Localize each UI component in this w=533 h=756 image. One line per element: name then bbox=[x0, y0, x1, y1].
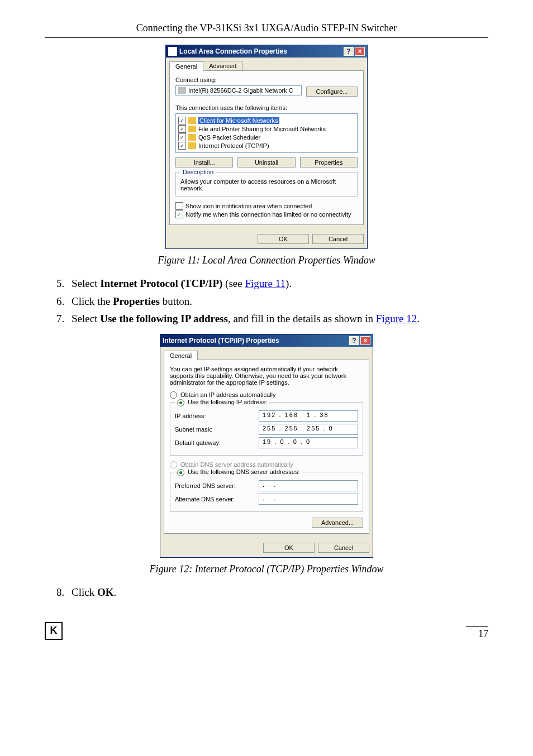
obtain-ip-label: Obtain an IP address automatically bbox=[180, 391, 275, 398]
description-title: Description bbox=[180, 169, 216, 175]
show-icon-row[interactable]: Show icon in notification area when conn… bbox=[175, 202, 358, 210]
adapter-field[interactable]: Intel(R) 82566DC-2 Gigabit Network C bbox=[175, 85, 302, 95]
checkbox[interactable] bbox=[178, 117, 186, 125]
help-button[interactable]: ? bbox=[349, 336, 359, 345]
radio[interactable] bbox=[170, 391, 177, 399]
tcpip-properties-dialog: Internet Protocol (TCP/IP) Properties ? … bbox=[160, 334, 373, 558]
uninstall-button[interactable]: Uninstall bbox=[237, 157, 295, 168]
tcpip-icon bbox=[188, 142, 196, 149]
checkbox[interactable] bbox=[178, 125, 186, 133]
step-8: Click OK. bbox=[67, 585, 488, 600]
tab-general[interactable]: General bbox=[169, 61, 203, 71]
lan-properties-dialog: ⇄ Local Area Connection Properties ? × G… bbox=[165, 45, 368, 249]
adapter-icon bbox=[178, 87, 186, 94]
adapter-name: Intel(R) 82566DC-2 Gigabit Network C bbox=[188, 87, 293, 94]
list-item[interactable]: Internet Protocol (TCP/IP) bbox=[178, 142, 355, 150]
dns-group: Use the following DNS server addresses: … bbox=[170, 472, 363, 512]
item-label: File and Printer Sharing for Microsoft N… bbox=[198, 126, 326, 132]
ip-label: IP address: bbox=[175, 413, 259, 419]
page-header: Connecting the VP-31KSi 3x1 UXGA/Audio S… bbox=[45, 22, 488, 38]
checkbox[interactable] bbox=[175, 210, 183, 218]
install-button[interactable]: Install... bbox=[175, 157, 233, 168]
gateway-input[interactable]: 19 . 0 . 0 . 0 bbox=[259, 437, 358, 448]
pref-dns-label: Preferred DNS server: bbox=[175, 482, 259, 489]
intro-text: You can get IP settings assigned automat… bbox=[170, 366, 363, 386]
figure-11-container: ⇄ Local Area Connection Properties ? × G… bbox=[45, 45, 488, 249]
step-6: Click the Properties button. bbox=[67, 294, 488, 309]
description-text: Allows your computer to access resources… bbox=[180, 178, 353, 192]
use-ip-label: Use the following IP address: bbox=[188, 399, 267, 405]
titlebar: Internet Protocol (TCP/IP) Properties ? … bbox=[160, 334, 373, 347]
configure-button[interactable]: Configure... bbox=[306, 87, 358, 97]
cancel-button[interactable]: Cancel bbox=[318, 543, 369, 553]
radio bbox=[170, 461, 177, 468]
titlebar: ⇄ Local Area Connection Properties ? × bbox=[166, 45, 367, 58]
tab-advanced[interactable]: Advanced bbox=[203, 61, 242, 70]
figure-12-link[interactable]: Figure 12 bbox=[376, 313, 417, 324]
obtain-dns-label: Obtain DNS server address automatically bbox=[180, 461, 293, 468]
step-5: Select Internet Protocol (TCP/IP) (see F… bbox=[67, 276, 488, 291]
properties-button[interactable]: Properties bbox=[300, 157, 358, 168]
mask-input[interactable]: 255 . 255 . 255 . 0 bbox=[259, 424, 358, 435]
obtain-ip-radio-row[interactable]: Obtain an IP address automatically bbox=[170, 391, 363, 399]
checkbox[interactable] bbox=[175, 202, 183, 210]
show-icon-label: Show icon in notification area when conn… bbox=[185, 203, 312, 209]
close-button[interactable]: × bbox=[355, 47, 365, 56]
alt-dns-input[interactable]: . . . bbox=[259, 494, 358, 505]
client-icon bbox=[188, 117, 196, 124]
item-label: Internet Protocol (TCP/IP) bbox=[198, 142, 269, 149]
gateway-label: Default gateway: bbox=[175, 439, 259, 446]
close-button[interactable]: × bbox=[360, 336, 370, 345]
uses-items-label: This connection uses the following items… bbox=[175, 104, 358, 111]
alt-dns-label: Alternate DNS server: bbox=[175, 496, 259, 503]
figure-11-link[interactable]: Figure 11 bbox=[245, 277, 285, 289]
page-number: 17 bbox=[466, 626, 488, 640]
figure-12-container: Internet Protocol (TCP/IP) Properties ? … bbox=[45, 334, 488, 558]
item-label: QoS Packet Scheduler bbox=[198, 134, 260, 141]
pref-dns-input[interactable]: . . . bbox=[259, 480, 358, 491]
mask-label: Subnet mask: bbox=[175, 426, 259, 433]
notify-label: Notify me when this connection has limit… bbox=[185, 211, 351, 218]
list-item[interactable]: File and Printer Sharing for Microsoft N… bbox=[178, 125, 355, 133]
description-group: Description Allows your computer to acce… bbox=[175, 172, 358, 197]
cancel-button[interactable]: Cancel bbox=[312, 234, 364, 244]
item-label: Client for Microsoft Networks bbox=[198, 117, 279, 124]
connection-icon: ⇄ bbox=[168, 47, 177, 56]
items-list[interactable]: Client for Microsoft Networks File and P… bbox=[175, 113, 358, 153]
advanced-button[interactable]: Advanced... bbox=[312, 518, 363, 528]
step-7: Select Use the following IP address, and… bbox=[67, 312, 488, 326]
notify-row[interactable]: Notify me when this connection has limit… bbox=[175, 210, 358, 218]
ok-button[interactable]: OK bbox=[263, 543, 315, 553]
checkbox[interactable] bbox=[178, 133, 186, 141]
ip-group: Use the following IP address: IP address… bbox=[170, 402, 363, 456]
page-number-area: 17 bbox=[466, 626, 488, 640]
checkbox[interactable] bbox=[178, 142, 186, 150]
list-item[interactable]: QoS Packet Scheduler bbox=[178, 133, 355, 141]
ok-button[interactable]: OK bbox=[258, 234, 309, 244]
use-dns-radio[interactable] bbox=[177, 469, 184, 476]
tab-general[interactable]: General bbox=[164, 351, 198, 360]
figure-11-caption: Figure 11: Local Area Connection Propert… bbox=[45, 255, 488, 266]
qos-icon bbox=[188, 134, 196, 141]
ip-input[interactable]: 192 . 168 . 1 . 38 bbox=[259, 410, 358, 422]
use-ip-radio[interactable] bbox=[177, 399, 184, 406]
figure-12-caption: Figure 12: Internet Protocol (TCP/IP) Pr… bbox=[45, 563, 488, 575]
help-button[interactable]: ? bbox=[344, 47, 354, 56]
dialog-title: Internet Protocol (TCP/IP) Properties bbox=[163, 337, 348, 344]
brand-logo: K bbox=[45, 622, 63, 640]
sharing-icon bbox=[188, 126, 196, 132]
dialog-title: Local Area Connection Properties bbox=[179, 47, 342, 55]
list-item[interactable]: Client for Microsoft Networks bbox=[178, 117, 355, 125]
connect-using-label: Connect using: bbox=[175, 76, 358, 83]
obtain-dns-radio-row: Obtain DNS server address automatically bbox=[170, 461, 363, 468]
use-dns-label: Use the following DNS server addresses: bbox=[188, 468, 300, 475]
